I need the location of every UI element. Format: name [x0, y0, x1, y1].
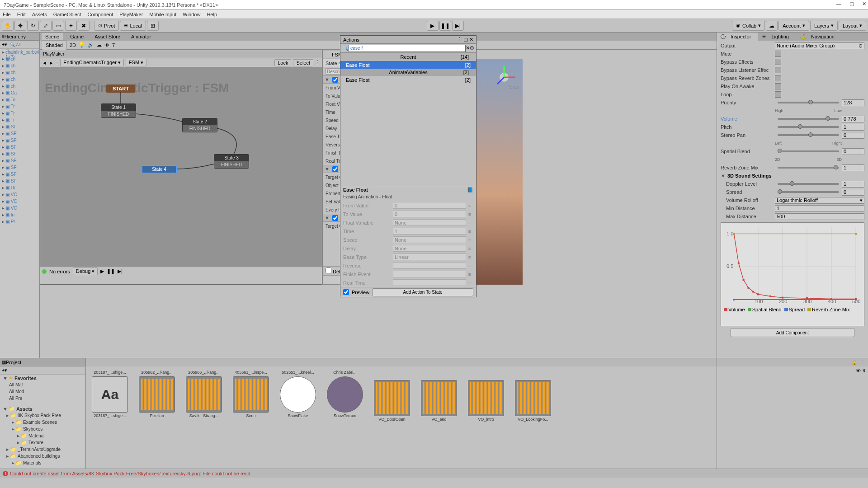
hierarchy-item[interactable]: ▸▣ SF — [0, 150, 39, 157]
menu-assets[interactable]: Assets — [32, 12, 47, 17]
search-gear-icon[interactable]: ⚙ — [470, 45, 474, 51]
pm-list-icon[interactable]: ≡ — [56, 60, 58, 66]
spread-value[interactable]: 0 — [842, 189, 864, 196]
asset-item[interactable]: VO_DoorOpen — [373, 369, 411, 466]
lock-icon[interactable]: 🔒 — [851, 360, 858, 366]
hierarchy-item[interactable]: ▸▣ VC — [0, 191, 39, 198]
asset-item[interactable]: 205966_...kang...Savfk - Strang... — [184, 369, 223, 466]
rolloff-curve-chart[interactable]: 0.51.0100200300400500 VolumeSpatial Blen… — [721, 222, 864, 326]
slider-value[interactable]: 0 — [842, 148, 864, 155]
hierarchy-item[interactable]: ▸▣ Do — [0, 184, 39, 191]
add-component-button[interactable]: Add Component — [731, 328, 854, 337]
menu-component[interactable]: Component — [87, 12, 113, 17]
slider-value[interactable]: 1 — [842, 124, 864, 131]
mode-2d-toggle[interactable]: 2D — [70, 42, 76, 48]
tab-lighting[interactable]: ☀ Lighting — [758, 33, 796, 41]
pause-button-icon[interactable]: ❚❚ — [439, 21, 451, 31]
project-tree-item[interactable]: ▸📁Texture — [0, 439, 85, 446]
rolloff-dropdown[interactable]: Logarithmic Rolloff▾ — [775, 197, 864, 204]
window-minimize[interactable]: — — [836, 1, 841, 7]
asset-item[interactable]: 405561_...inspe...Siren — [231, 369, 270, 466]
hierarchy-item[interactable]: ▸▣ SF — [0, 144, 39, 150]
checkbox[interactable] — [775, 75, 781, 81]
project-tab[interactable]: ▦ Project — [0, 358, 85, 366]
tab-animator[interactable]: Animator — [127, 33, 155, 40]
pivot-toggle[interactable]: ⊙ Pivot — [94, 21, 119, 31]
asset-item[interactable]: VO_end — [420, 369, 458, 466]
action-list-item[interactable]: Ease Float[2] — [340, 76, 476, 84]
hierarchy-item[interactable]: ▸▣ SF — [0, 178, 39, 184]
menu-file[interactable]: File — [3, 12, 11, 17]
param-menu-icon[interactable]: ≡ — [466, 254, 473, 260]
actions-opts-icon[interactable]: ⋮ — [457, 37, 462, 42]
status-bar[interactable]: ! Could not create asset from Assets/8K … — [0, 469, 868, 478]
pm-trigger-dropdown[interactable]: EndingCinematicTrigger ▾ — [60, 59, 124, 66]
fav-item[interactable]: All Pre — [0, 395, 85, 402]
menu-gameobject[interactable]: GameObject — [53, 12, 81, 17]
checkbox[interactable] — [775, 59, 781, 65]
hierarchy-item[interactable]: ▸▣ VC — [0, 205, 39, 211]
actions-max-icon[interactable]: ▢ — [463, 37, 468, 42]
collab-dropdown[interactable]: ◉ Collab ▾ — [732, 21, 765, 31]
project-tree-item[interactable]: ▸📁Example Scenes — [0, 419, 85, 426]
hierarchy-item[interactable]: ▸▣ Pl — [0, 218, 39, 225]
search-clear-icon[interactable]: ✕ — [466, 45, 470, 51]
param-value[interactable]: None — [393, 236, 466, 243]
spread-slider[interactable] — [778, 191, 839, 193]
hierarchy-item[interactable]: ▸▣ To — [0, 96, 39, 103]
slider-value[interactable]: 0 — [842, 132, 864, 139]
asset-item[interactable]: 203187_...shige...Aa203187_...shige... — [90, 369, 129, 466]
slider-value[interactable]: 128 — [842, 99, 864, 106]
project-tree-item[interactable]: ▸📁Abandoned buildings — [0, 453, 85, 460]
mindist-value[interactable]: 1 — [775, 205, 864, 212]
slider[interactable] — [778, 150, 839, 152]
rect-tool-icon[interactable]: ▭ — [52, 21, 64, 31]
hierarchy-item[interactable]: ▸▣ chainlink_barbwire-1 (7) — [0, 49, 39, 56]
slider[interactable] — [778, 167, 839, 169]
pm-menu-icon[interactable]: ⋮ — [315, 60, 320, 66]
param-menu-icon[interactable]: ≡ — [466, 263, 473, 268]
cloud-icon[interactable]: ☁ — [766, 21, 778, 31]
param-value[interactable] — [393, 271, 466, 277]
fsm-start-node[interactable]: START — [106, 84, 135, 93]
account-dropdown[interactable]: Account ▾ — [778, 21, 809, 31]
step-button-icon[interactable]: ▶| — [452, 21, 464, 31]
slider[interactable] — [778, 134, 839, 136]
pm-back-icon[interactable]: ◄ — [42, 60, 47, 66]
project-tree-item[interactable]: ▸📁Skyboxes — [0, 426, 85, 432]
audio-icon[interactable]: 🔊 — [88, 42, 94, 48]
preview-checkbox[interactable] — [343, 289, 349, 295]
snap-icon[interactable]: ⊞ — [147, 21, 159, 31]
checkbox[interactable] — [775, 67, 781, 73]
asset-item[interactable]: VO_intro — [467, 369, 505, 466]
playmaker-titlebar[interactable]: PlayMaker — [40, 50, 322, 58]
pm-fwd-icon[interactable]: ► — [49, 60, 54, 66]
project-tree-item[interactable]: ▸📁8K Skybox Pack Free — [0, 412, 85, 419]
favorites-folder[interactable]: ▼★Favorites — [0, 375, 85, 381]
hand-tool-icon[interactable]: ✋ — [2, 21, 14, 31]
hierarchy-create-icon[interactable]: +▾ — [2, 42, 7, 47]
project-create-icon[interactable]: +▾ — [2, 367, 7, 373]
output-dropdown[interactable]: None (Audio Mixer Group)⊙ — [775, 42, 864, 49]
hierarchy-item[interactable]: ▸▣ SF — [0, 164, 39, 171]
project-tree-item[interactable]: ▸📁Material — [0, 432, 85, 439]
lighting-icon[interactable]: 💡 — [79, 42, 85, 48]
tab-game[interactable]: Game — [66, 33, 87, 40]
checkbox[interactable] — [775, 51, 781, 57]
hierarchy-item[interactable]: ▸▣ SF — [0, 157, 39, 164]
asset-item[interactable]: 205962_...kang...Pixellari — [137, 369, 176, 466]
assets-folder[interactable]: ▼📁Assets — [0, 405, 85, 412]
project-tree-item[interactable]: ▸📁Materials — [0, 460, 85, 466]
hierarchy-item[interactable]: ▸▣ ch — [0, 76, 39, 83]
debug-dropdown[interactable]: Debug ▾ — [73, 267, 98, 275]
local-toggle[interactable]: ⊕ Local — [120, 21, 146, 31]
hierarchy-item[interactable]: ▸▣ SF — [0, 130, 39, 137]
actions-search-input[interactable] — [349, 45, 466, 52]
hidden-icon[interactable]: 👁 — [104, 42, 109, 48]
transform-tool-icon[interactable]: ✦ — [65, 21, 77, 31]
maxdist-value[interactable]: 500 — [775, 213, 864, 220]
asset-item[interactable]: 502553_...kneel...SnowFlake — [278, 369, 317, 466]
param-menu-icon[interactable]: ≡ — [466, 229, 473, 234]
hierarchy-search[interactable]: 🔍 All — [10, 42, 20, 47]
hierarchy-item[interactable]: ▸▣ In — [0, 211, 39, 218]
